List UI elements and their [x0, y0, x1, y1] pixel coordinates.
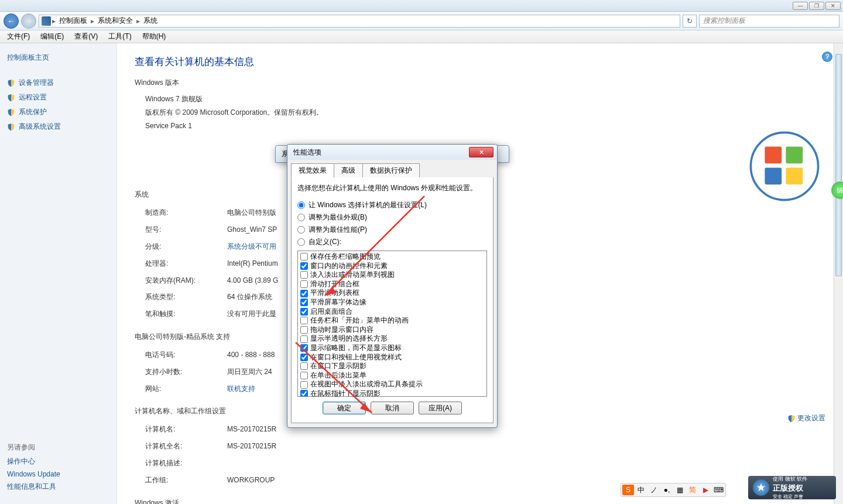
- breadcrumb-item[interactable]: 系统: [141, 15, 160, 27]
- svg-rect-4: [786, 167, 803, 184]
- radio-label: 调整为最佳外观(B): [309, 212, 367, 222]
- ok-button[interactable]: 确定: [323, 402, 366, 414]
- visual-effect-item[interactable]: 淡入淡出或滑动菜单到视图: [299, 270, 485, 280]
- breadcrumb-item[interactable]: 系统和安全: [95, 15, 135, 27]
- dialog-performance-options: 性能选项 ✕ 视觉效果 高级 数据执行保护 选择您想在此计算机上使用的 Wind…: [287, 144, 498, 428]
- visual-effect-item[interactable]: 在鼠标指针下显示阴影: [299, 389, 485, 397]
- cancel-button[interactable]: 取消: [371, 402, 414, 414]
- vertical-scrollbar[interactable]: [834, 43, 843, 504]
- visual-effect-item[interactable]: 显示缩略图，而不是显示图标: [299, 344, 485, 353]
- checkbox[interactable]: [300, 344, 308, 352]
- nav-back-button[interactable]: ←: [4, 13, 19, 29]
- visual-effect-item[interactable]: 启用桌面组合: [299, 307, 485, 317]
- visual-effect-item[interactable]: 显示半透明的选择长方形: [299, 334, 485, 344]
- ime-half-button[interactable]: ●,: [661, 485, 673, 495]
- visual-effect-item[interactable]: 在视图中淡入淡出或滑动工具条提示: [299, 380, 485, 389]
- breadcrumb-item[interactable]: 控制面板: [57, 15, 90, 27]
- value-workgroup: WORKGROUP: [227, 474, 275, 487]
- radio-let-windows[interactable]: 让 Windows 选择计算机的最佳设置(L): [297, 199, 487, 211]
- checkbox[interactable]: [300, 354, 308, 361]
- tab-dep[interactable]: 数据执行保护: [362, 163, 420, 178]
- checkbox[interactable]: [300, 381, 308, 389]
- label-manufacturer: 制造商:: [145, 206, 227, 220]
- radio-best-performance[interactable]: 调整为最佳性能(P): [297, 224, 487, 236]
- checkbox[interactable]: [300, 280, 308, 288]
- ime-keyboard-icon[interactable]: ⌨: [712, 485, 724, 495]
- sidebar-home-link[interactable]: 控制面板主页: [7, 53, 109, 63]
- ime-toolbar[interactable]: S 中 ノ ●, ▦ 简 ▶ ⌨: [621, 483, 726, 497]
- link-windows-update[interactable]: Windows Update: [7, 468, 60, 480]
- checkbox[interactable]: [300, 308, 308, 316]
- sidebar-system-protection[interactable]: 系统保护: [7, 105, 109, 119]
- radio-best-appearance[interactable]: 调整为最佳外观(B): [297, 211, 487, 224]
- breadcrumb[interactable]: ▸ 控制面板 ▸ 系统和安全 ▸ 系统: [39, 15, 680, 28]
- visual-effect-item[interactable]: 滑动打开组合框: [299, 280, 485, 289]
- refresh-button[interactable]: ↻: [683, 15, 697, 28]
- tab-visual-effects[interactable]: 视觉效果: [291, 163, 334, 178]
- visual-effect-item[interactable]: 平滑滚动列表框: [299, 289, 485, 298]
- badge-line3: 安全 稳定 声誉: [773, 493, 807, 500]
- checkbox[interactable]: [300, 372, 308, 379]
- sidebar-device-manager[interactable]: 设备管理器: [7, 76, 109, 90]
- checkbox[interactable]: [300, 390, 308, 397]
- radio-label: 自定义(C):: [309, 237, 341, 247]
- visual-effect-item[interactable]: 在单击后淡出菜单: [299, 371, 485, 380]
- ime-punct-button[interactable]: ノ: [648, 485, 660, 495]
- sidebar-item-label: 系统保护: [19, 107, 47, 117]
- visual-effect-item[interactable]: 在窗口下显示阴影: [299, 362, 485, 371]
- visual-effect-item[interactable]: 窗口内的动画控件和元素: [299, 262, 485, 271]
- help-icon[interactable]: ?: [822, 52, 832, 62]
- windows-logo-icon: [749, 131, 820, 201]
- link-performance-tools[interactable]: 性能信息和工具: [7, 480, 60, 493]
- section-activation: Windows 激活: [135, 498, 825, 504]
- visual-effect-item[interactable]: 保存任务栏缩略图预览: [299, 252, 485, 262]
- ime-record-button[interactable]: ▶: [700, 485, 711, 495]
- menu-edit[interactable]: 编辑(E): [36, 30, 68, 43]
- visual-effect-item[interactable]: 任务栏和「开始」菜单中的动画: [299, 316, 485, 325]
- menu-view[interactable]: 查看(V): [70, 30, 102, 43]
- visual-effect-item[interactable]: 平滑屏幕字体边缘: [299, 298, 485, 307]
- value-website[interactable]: 联机支持: [227, 382, 255, 396]
- visual-effects-list[interactable]: 保存任务栏缩略图预览窗口内的动画控件和元素淡入淡出或滑动菜单到视图滑动打开组合框…: [297, 251, 487, 397]
- checkbox-label: 在窗口下显示阴影: [310, 362, 366, 371]
- checkbox[interactable]: [300, 262, 308, 270]
- checkbox[interactable]: [300, 271, 308, 279]
- checkbox[interactable]: [300, 362, 308, 370]
- dialog-close-button[interactable]: ✕: [469, 147, 494, 157]
- value-rating[interactable]: 系统分级不可用: [227, 240, 276, 253]
- checkbox[interactable]: [300, 253, 308, 260]
- search-input[interactable]: 搜索控制面板: [699, 15, 839, 28]
- checkbox[interactable]: [300, 299, 308, 306]
- nav-forward-button[interactable]: →: [21, 13, 36, 29]
- scrollbar-thumb[interactable]: [835, 54, 842, 276]
- minimize-button[interactable]: —: [793, 2, 808, 10]
- genuine-windows-badge[interactable]: 使用 微软 软件 正版授权 安全 稳定 声誉: [748, 476, 836, 499]
- ime-grid-button[interactable]: ▦: [674, 485, 686, 495]
- radio-custom[interactable]: 自定义(C):: [297, 236, 487, 248]
- checkbox[interactable]: [300, 335, 308, 343]
- checkbox[interactable]: [300, 290, 308, 297]
- close-button[interactable]: ✕: [825, 2, 841, 10]
- menu-file[interactable]: 文件(F): [2, 30, 35, 43]
- ime-simplified-button[interactable]: 简: [687, 485, 698, 495]
- dialog-title: 性能选项: [293, 148, 321, 157]
- sidebar-item-label: 设备管理器: [19, 78, 54, 88]
- visual-effect-item[interactable]: 在窗口和按钮上使用视觉样式: [299, 353, 485, 362]
- ime-logo-icon[interactable]: S: [622, 485, 634, 495]
- maximize-button[interactable]: ❐: [809, 2, 824, 10]
- checkbox[interactable]: [300, 317, 308, 324]
- change-settings-link[interactable]: 更改设置: [787, 413, 825, 423]
- tab-advanced[interactable]: 高级: [334, 163, 363, 178]
- sidebar-advanced-settings[interactable]: 高级系统设置: [7, 119, 109, 134]
- window-titlebar: — ❐ ✕: [0, 0, 843, 12]
- ime-lang-button[interactable]: 中: [635, 485, 647, 495]
- sidebar-remote-settings[interactable]: 远程设置: [7, 90, 109, 105]
- checkbox-label: 在视图中淡入淡出或滑动工具条提示: [310, 380, 423, 389]
- apply-button[interactable]: 应用(A): [419, 402, 462, 414]
- menu-help[interactable]: 帮助(H): [138, 30, 171, 43]
- dialog-titlebar[interactable]: 性能选项 ✕: [287, 145, 497, 160]
- menu-tools[interactable]: 工具(T): [104, 30, 136, 43]
- link-action-center[interactable]: 操作中心: [7, 455, 60, 468]
- checkbox[interactable]: [300, 326, 308, 334]
- visual-effect-item[interactable]: 拖动时显示窗口内容: [299, 325, 485, 335]
